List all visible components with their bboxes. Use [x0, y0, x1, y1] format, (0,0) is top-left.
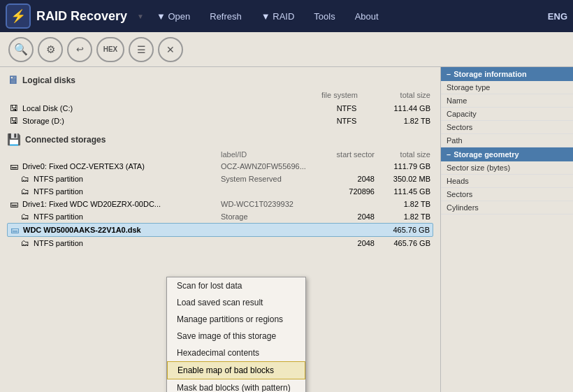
storage-d[interactable]: 🖫 Storage (D:) NTFS 1.82 TB: [7, 115, 433, 127]
sectors-geom-row: Sectors: [441, 188, 573, 201]
logical-disks-columns: file system total size: [7, 89, 433, 101]
disk-icon: 🖫: [10, 103, 18, 113]
storage-name-row: Name: [441, 94, 573, 108]
storage-geometry-header: – Storage geometry: [441, 147, 573, 161]
toolbar: 🔍 ⚙ ↩ HEX ☰ ✕: [0, 32, 573, 67]
storage-path-row: Path: [441, 134, 573, 147]
main-area: 🖥 Logical disks file system total size 🖫…: [0, 67, 573, 392]
minus-icon2: –: [447, 150, 451, 159]
context-menu: Scan for lost data Load saved scan resul…: [166, 277, 306, 392]
local-disk-c[interactable]: 🖫 Local Disk (C:) NTFS 111.44 GB: [7, 102, 433, 115]
nav-about[interactable]: About: [347, 8, 387, 24]
close-tool-button[interactable]: ✕: [158, 37, 183, 62]
storage-type-row: Storage type: [441, 81, 573, 94]
drive-icon: 🖴: [10, 199, 18, 209]
cylinders-row: Cylinders: [441, 201, 573, 215]
right-panel: – Storage information Storage type Name …: [440, 67, 573, 392]
settings-tool-button[interactable]: ⚙: [38, 37, 63, 62]
app-title: RAID Recovery: [36, 9, 127, 24]
top-navbar: ⚡ RAID Recovery ▼ ▼ Open Refresh ▼ RAID …: [0, 0, 573, 32]
partition-icon: 🗂: [21, 187, 29, 196]
nav-separator: ▼: [137, 13, 144, 20]
ctx-scan-lost[interactable]: Scan for lost data: [167, 277, 305, 294]
app-logo-icon: ⚡: [6, 3, 31, 29]
hex-tool-button[interactable]: HEX: [96, 37, 124, 62]
language-selector[interactable]: ENG: [548, 11, 567, 22]
load-tool-button[interactable]: ↩: [67, 37, 92, 62]
ctx-hex-contents[interactable]: Hexadecimal contents: [167, 344, 305, 361]
ctx-manage-partitions[interactable]: Manage partitions or regions: [167, 311, 305, 328]
ctx-save-image[interactable]: Save image of this storage: [167, 328, 305, 344]
nav-raid[interactable]: ▼ RAID: [253, 8, 303, 24]
nav-open[interactable]: ▼ Open: [148, 8, 198, 24]
ntfs-partition-2[interactable]: 🗂 NTFS partition 720896 111.45 GB: [7, 185, 433, 198]
partition-icon: 🗂: [21, 174, 29, 184]
nav-refresh[interactable]: Refresh: [201, 8, 250, 24]
drive-icon: 🖴: [10, 161, 18, 171]
drive1-item[interactable]: 🖴 Drive1: Fixed WDC WD20EZRX-00DC... WD-…: [7, 198, 433, 210]
drive0-item[interactable]: 🖴 Drive0: Fixed OCZ-VERTEX3 (ATA) OCZ-AW…: [7, 160, 433, 173]
storage-sectors-row: Sectors: [441, 121, 573, 134]
logical-disks-header: 🖥 Logical disks: [7, 74, 433, 87]
storage-info-header: – Storage information: [441, 67, 573, 81]
ntfs-partition-4[interactable]: 🗂 NTFS partition 2048 465.76 GB: [7, 237, 433, 249]
left-panel: 🖥 Logical disks file system total size 🖫…: [0, 67, 440, 392]
ntfs-partition-3[interactable]: 🗂 NTFS partition Storage 2048 1.82 TB: [7, 210, 433, 223]
disk-icon: 🖫: [10, 116, 18, 126]
wdc-dsk-item[interactable]: 🖴 WDC WD5000AAKS-22V1A0.dsk 465.76 GB: [7, 223, 433, 237]
logo-area: ⚡ RAID Recovery: [6, 3, 127, 29]
scan-tool-button[interactable]: 🔍: [8, 37, 34, 62]
storage-columns: label/ID start sector total size: [7, 149, 433, 160]
connected-storages-header: 💾 Connected storages: [7, 133, 433, 146]
dsk-icon: 🖴: [10, 225, 19, 235]
minus-icon: –: [447, 70, 451, 78]
sector-size-row: Sector size (bytes): [441, 161, 573, 175]
heads-row: Heads: [441, 175, 573, 188]
ntfs-partition-1[interactable]: 🗂 NTFS partition System Reserved 2048 35…: [7, 173, 433, 185]
ctx-load-scan[interactable]: Load saved scan result: [167, 294, 305, 311]
ctx-mask-bad-blocks[interactable]: Mask bad blocks (with pattern): [167, 379, 305, 392]
nav-tools[interactable]: Tools: [305, 8, 343, 24]
partition-icon: 🗂: [21, 238, 29, 248]
list-tool-button[interactable]: ☰: [129, 37, 154, 62]
ctx-enable-bad-blocks[interactable]: Enable map of bad blocks: [167, 361, 305, 379]
partition-icon: 🗂: [21, 212, 29, 222]
storage-capacity-row: Capacity: [441, 108, 573, 121]
